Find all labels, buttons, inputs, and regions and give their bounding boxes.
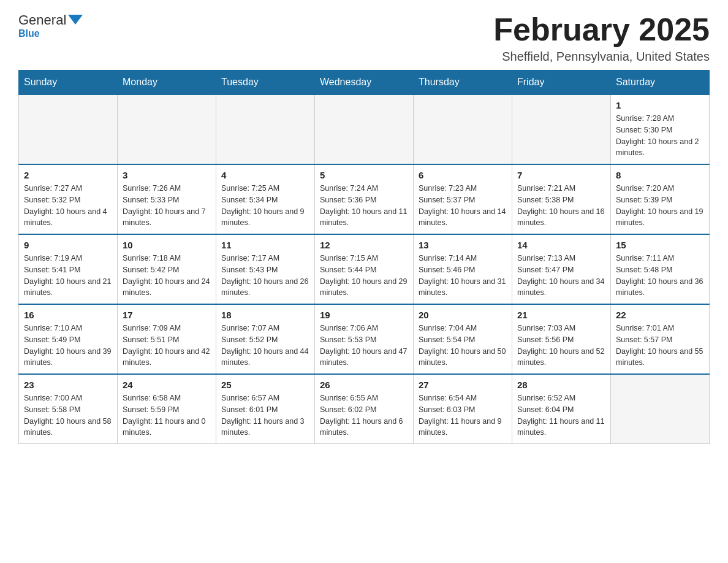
day-info: Sunrise: 6:52 AMSunset: 6:04 PMDaylight:… <box>517 393 605 439</box>
calendar-week-row: 9Sunrise: 7:19 AMSunset: 5:41 PMDaylight… <box>19 234 710 304</box>
calendar-cell <box>414 94 512 164</box>
calendar-cell: 23Sunrise: 7:00 AMSunset: 5:58 PMDayligh… <box>19 374 118 444</box>
calendar-cell: 15Sunrise: 7:11 AMSunset: 5:48 PMDayligh… <box>611 234 710 304</box>
calendar-cell: 18Sunrise: 7:07 AMSunset: 5:52 PMDayligh… <box>216 304 315 374</box>
calendar-cell <box>19 94 118 164</box>
day-info: Sunrise: 6:54 AMSunset: 6:03 PMDaylight:… <box>419 393 507 439</box>
day-info: Sunrise: 7:27 AMSunset: 5:32 PMDaylight:… <box>24 183 112 229</box>
calendar-cell: 2Sunrise: 7:27 AMSunset: 5:32 PMDaylight… <box>19 164 118 234</box>
day-number: 8 <box>616 170 704 180</box>
day-number: 18 <box>221 310 309 320</box>
day-number: 26 <box>320 380 408 390</box>
day-number: 13 <box>419 240 507 250</box>
title-block: February 2025 Sheffield, Pennsylvania, U… <box>493 12 710 64</box>
day-number: 5 <box>320 170 408 180</box>
day-number: 11 <box>221 240 309 250</box>
calendar-cell: 25Sunrise: 6:57 AMSunset: 6:01 PMDayligh… <box>216 374 315 444</box>
column-header-saturday: Saturday <box>611 71 710 95</box>
day-info: Sunrise: 7:17 AMSunset: 5:43 PMDaylight:… <box>221 253 309 299</box>
calendar-cell: 24Sunrise: 6:58 AMSunset: 5:59 PMDayligh… <box>118 374 216 444</box>
logo-triangle-icon <box>68 15 83 25</box>
day-number: 1 <box>616 100 704 110</box>
day-number: 9 <box>24 240 112 250</box>
calendar-table: SundayMondayTuesdayWednesdayThursdayFrid… <box>18 70 710 444</box>
calendar-cell: 10Sunrise: 7:18 AMSunset: 5:42 PMDayligh… <box>118 234 216 304</box>
day-number: 19 <box>320 310 408 320</box>
column-header-tuesday: Tuesday <box>216 71 315 95</box>
column-header-monday: Monday <box>118 71 216 95</box>
calendar-cell: 20Sunrise: 7:04 AMSunset: 5:54 PMDayligh… <box>414 304 512 374</box>
calendar-cell: 27Sunrise: 6:54 AMSunset: 6:03 PMDayligh… <box>414 374 512 444</box>
calendar-cell: 11Sunrise: 7:17 AMSunset: 5:43 PMDayligh… <box>216 234 315 304</box>
calendar-header-row: SundayMondayTuesdayWednesdayThursdayFrid… <box>19 71 710 95</box>
day-info: Sunrise: 7:10 AMSunset: 5:49 PMDaylight:… <box>24 323 112 369</box>
day-info: Sunrise: 7:00 AMSunset: 5:58 PMDaylight:… <box>24 393 112 439</box>
day-number: 21 <box>517 310 605 320</box>
day-number: 24 <box>123 380 211 390</box>
day-info: Sunrise: 7:28 AMSunset: 5:30 PMDaylight:… <box>616 113 704 159</box>
calendar-cell: 5Sunrise: 7:24 AMSunset: 5:36 PMDaylight… <box>315 164 414 234</box>
calendar-cell: 26Sunrise: 6:55 AMSunset: 6:02 PMDayligh… <box>315 374 414 444</box>
logo-blue-text: Blue <box>18 28 40 39</box>
day-number: 25 <box>221 380 309 390</box>
day-number: 7 <box>517 170 605 180</box>
calendar-week-row: 1Sunrise: 7:28 AMSunset: 5:30 PMDaylight… <box>19 94 710 164</box>
column-header-sunday: Sunday <box>19 71 118 95</box>
day-info: Sunrise: 7:21 AMSunset: 5:38 PMDaylight:… <box>517 183 605 229</box>
day-number: 14 <box>517 240 605 250</box>
day-info: Sunrise: 7:09 AMSunset: 5:51 PMDaylight:… <box>123 323 211 369</box>
day-info: Sunrise: 7:19 AMSunset: 5:41 PMDaylight:… <box>24 253 112 299</box>
day-info: Sunrise: 7:14 AMSunset: 5:46 PMDaylight:… <box>419 253 507 299</box>
logo: General Blue <box>18 12 83 39</box>
calendar-cell: 13Sunrise: 7:14 AMSunset: 5:46 PMDayligh… <box>414 234 512 304</box>
calendar-week-row: 23Sunrise: 7:00 AMSunset: 5:58 PMDayligh… <box>19 374 710 444</box>
day-number: 17 <box>123 310 211 320</box>
day-number: 10 <box>123 240 211 250</box>
day-number: 16 <box>24 310 112 320</box>
page-header: General Blue February 2025 Sheffield, Pe… <box>18 12 710 64</box>
day-info: Sunrise: 7:25 AMSunset: 5:34 PMDaylight:… <box>221 183 309 229</box>
day-info: Sunrise: 7:03 AMSunset: 5:56 PMDaylight:… <box>517 323 605 369</box>
calendar-cell <box>118 94 216 164</box>
calendar-cell: 1Sunrise: 7:28 AMSunset: 5:30 PMDaylight… <box>611 94 710 164</box>
day-info: Sunrise: 7:04 AMSunset: 5:54 PMDaylight:… <box>419 323 507 369</box>
day-info: Sunrise: 6:57 AMSunset: 6:01 PMDaylight:… <box>221 393 309 439</box>
day-info: Sunrise: 7:24 AMSunset: 5:36 PMDaylight:… <box>320 183 408 229</box>
day-info: Sunrise: 7:06 AMSunset: 5:53 PMDaylight:… <box>320 323 408 369</box>
calendar-cell <box>216 94 315 164</box>
calendar-cell: 9Sunrise: 7:19 AMSunset: 5:41 PMDaylight… <box>19 234 118 304</box>
column-header-friday: Friday <box>512 71 611 95</box>
location-text: Sheffield, Pennsylvania, United States <box>493 50 710 64</box>
day-number: 12 <box>320 240 408 250</box>
month-title: February 2025 <box>493 12 710 47</box>
calendar-cell <box>611 374 710 444</box>
calendar-cell: 22Sunrise: 7:01 AMSunset: 5:57 PMDayligh… <box>611 304 710 374</box>
day-number: 6 <box>419 170 507 180</box>
day-info: Sunrise: 7:01 AMSunset: 5:57 PMDaylight:… <box>616 323 704 369</box>
calendar-cell: 17Sunrise: 7:09 AMSunset: 5:51 PMDayligh… <box>118 304 216 374</box>
day-info: Sunrise: 7:07 AMSunset: 5:52 PMDaylight:… <box>221 323 309 369</box>
calendar-cell <box>315 94 414 164</box>
day-info: Sunrise: 6:58 AMSunset: 5:59 PMDaylight:… <box>123 393 211 439</box>
day-number: 20 <box>419 310 507 320</box>
day-info: Sunrise: 7:11 AMSunset: 5:48 PMDaylight:… <box>616 253 704 299</box>
calendar-cell: 4Sunrise: 7:25 AMSunset: 5:34 PMDaylight… <box>216 164 315 234</box>
calendar-cell: 19Sunrise: 7:06 AMSunset: 5:53 PMDayligh… <box>315 304 414 374</box>
day-number: 3 <box>123 170 211 180</box>
logo-general-text: General <box>18 12 66 28</box>
day-info: Sunrise: 7:15 AMSunset: 5:44 PMDaylight:… <box>320 253 408 299</box>
calendar-week-row: 16Sunrise: 7:10 AMSunset: 5:49 PMDayligh… <box>19 304 710 374</box>
calendar-cell: 21Sunrise: 7:03 AMSunset: 5:56 PMDayligh… <box>512 304 611 374</box>
calendar-cell: 8Sunrise: 7:20 AMSunset: 5:39 PMDaylight… <box>611 164 710 234</box>
calendar-cell <box>512 94 611 164</box>
day-info: Sunrise: 7:18 AMSunset: 5:42 PMDaylight:… <box>123 253 211 299</box>
day-number: 15 <box>616 240 704 250</box>
day-number: 4 <box>221 170 309 180</box>
calendar-cell: 14Sunrise: 7:13 AMSunset: 5:47 PMDayligh… <box>512 234 611 304</box>
day-number: 23 <box>24 380 112 390</box>
calendar-week-row: 2Sunrise: 7:27 AMSunset: 5:32 PMDaylight… <box>19 164 710 234</box>
calendar-cell: 16Sunrise: 7:10 AMSunset: 5:49 PMDayligh… <box>19 304 118 374</box>
calendar-cell: 3Sunrise: 7:26 AMSunset: 5:33 PMDaylight… <box>118 164 216 234</box>
day-info: Sunrise: 7:26 AMSunset: 5:33 PMDaylight:… <box>123 183 211 229</box>
day-info: Sunrise: 7:23 AMSunset: 5:37 PMDaylight:… <box>419 183 507 229</box>
